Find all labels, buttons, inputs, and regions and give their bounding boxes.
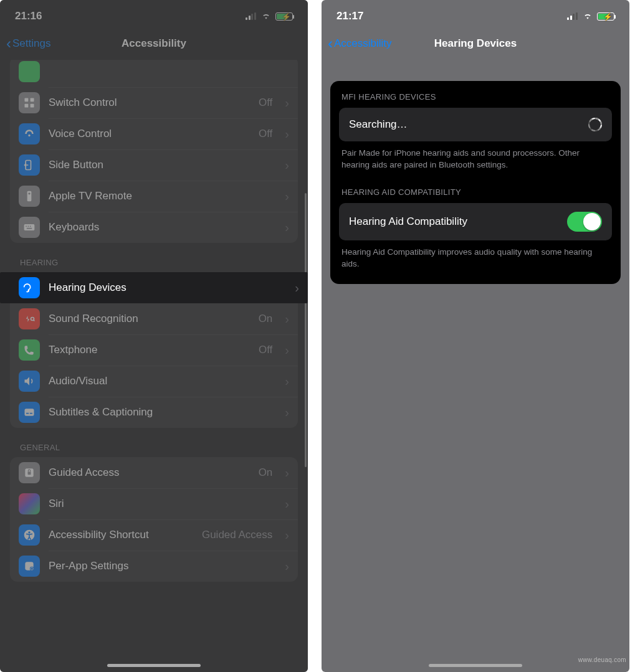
back-label: Accessibility — [334, 37, 392, 50]
svg-rect-15 — [26, 413, 29, 414]
chevron-right-icon: › — [285, 406, 289, 419]
svg-rect-3 — [31, 104, 34, 108]
cellular-icon — [246, 12, 257, 20]
group-physical-motor: Switch Control Off › Voice Control Off ›… — [10, 60, 298, 243]
hac-header: HEARING AID COMPATIBILITY — [330, 174, 621, 203]
wifi-icon — [260, 12, 272, 21]
textphone-icon — [19, 339, 40, 361]
sound-recognition-icon — [19, 308, 40, 329]
row-faceid[interactable] — [10, 60, 298, 87]
svg-rect-16 — [30, 413, 32, 414]
watermark: www.deuaq.com — [578, 656, 626, 663]
svg-rect-0 — [25, 98, 29, 102]
chevron-right-icon: › — [285, 97, 289, 109]
row-keyboards[interactable]: Keyboards › — [10, 212, 298, 243]
ear-icon — [19, 277, 40, 298]
back-button[interactable]: ‹ Accessibility — [328, 36, 392, 51]
status-bar: 21:16 ⚡ — [0, 0, 308, 27]
svg-rect-18 — [28, 471, 31, 475]
screenshot-left: 21:16 ⚡ ‹ Settings Accessibility — [0, 0, 308, 672]
toggle-hearing-aid-compat[interactable] — [567, 212, 602, 232]
svg-rect-6 — [27, 191, 32, 202]
chevron-right-icon: › — [285, 466, 289, 479]
screenshot-right: 21:17 ⚡ ‹ Accessibility Hearing Devices … — [322, 0, 629, 672]
speaker-icon — [19, 371, 40, 392]
grid-icon — [19, 92, 40, 113]
status-time: 21:17 — [336, 10, 363, 22]
mfi-footer: Pair Made for iPhone hearing aids and so… — [330, 141, 621, 174]
row-audio-visual[interactable]: Audio/Visual › — [10, 366, 298, 397]
svg-rect-12 — [27, 228, 32, 229]
svg-rect-2 — [25, 104, 29, 108]
wifi-icon — [582, 12, 593, 21]
back-button[interactable]: ‹ Settings — [6, 36, 50, 51]
nav-bar: ‹ Accessibility Hearing Devices — [322, 27, 629, 60]
voice-icon — [19, 123, 40, 144]
svg-rect-11 — [30, 226, 31, 227]
status-time: 21:16 — [15, 10, 42, 22]
row-hearing-devices[interactable]: Hearing Devices › — [0, 272, 308, 303]
chevron-right-icon: › — [285, 344, 289, 356]
chevron-right-icon: › — [285, 190, 289, 202]
row-textphone[interactable]: Textphone Off › — [10, 334, 298, 366]
keyboard-icon — [19, 217, 40, 238]
searching-label: Searching… — [349, 118, 408, 131]
row-siri[interactable]: Siri › — [10, 488, 298, 519]
home-indicator[interactable] — [107, 664, 201, 667]
row-voice-control[interactable]: Voice Control Off › — [10, 118, 298, 149]
chevron-right-icon: › — [295, 282, 299, 294]
section-hearing-header: HEARING — [0, 243, 308, 272]
nav-bar: ‹ Settings Accessibility — [0, 27, 308, 60]
svg-rect-1 — [31, 98, 34, 102]
chevron-right-icon: › — [285, 159, 289, 171]
highlight-hearing-devices: Hearing Devices › — [0, 272, 308, 303]
row-switch-control[interactable]: Switch Control Off › — [10, 87, 298, 118]
status-bar: 21:17 ⚡ — [322, 0, 629, 27]
faceid-icon — [19, 61, 40, 82]
side-button-icon — [19, 154, 40, 176]
svg-rect-8 — [24, 224, 35, 230]
row-subtitles[interactable]: Subtitles & Captioning › — [10, 397, 298, 428]
group-general: Guided Access On › Siri › Accessibility … — [10, 457, 298, 582]
chevron-right-icon: › — [285, 529, 289, 541]
subtitles-icon — [19, 402, 40, 423]
cellular-icon — [567, 12, 578, 20]
chevron-right-icon: › — [285, 128, 289, 140]
chevron-right-icon: › — [285, 221, 289, 234]
siri-icon — [19, 493, 40, 514]
svg-point-20 — [28, 531, 30, 533]
chevron-right-icon: › — [285, 375, 289, 387]
chevron-left-icon: ‹ — [6, 36, 11, 51]
hac-label: Hearing Aid Compatibility — [349, 215, 467, 228]
svg-point-7 — [28, 192, 30, 194]
remote-icon — [19, 186, 40, 207]
svg-point-4 — [28, 135, 30, 136]
battery-icon: ⚡ — [275, 12, 293, 21]
back-label: Settings — [12, 37, 50, 50]
svg-rect-9 — [26, 226, 27, 227]
hac-footer: Hearing Aid Compatibility improves audio… — [330, 240, 621, 273]
home-indicator[interactable] — [429, 664, 522, 667]
mfi-header: MFI HEARING DEVICES — [330, 81, 621, 108]
section-general-header: GENERAL — [0, 428, 308, 457]
status-indicators: ⚡ — [246, 12, 293, 21]
chevron-right-icon: › — [285, 498, 289, 510]
row-side-button[interactable]: Side Button › — [10, 149, 298, 181]
battery-icon: ⚡ — [597, 12, 614, 21]
hac-group: Hearing Aid Compatibility — [339, 203, 612, 240]
per-app-icon — [19, 556, 40, 577]
lock-icon — [19, 462, 40, 483]
row-hearing-aid-compat[interactable]: Hearing Aid Compatibility — [339, 203, 612, 240]
row-accessibility-shortcut[interactable]: Accessibility Shortcut Guided Access › — [10, 519, 298, 551]
searching-row: Searching… — [339, 108, 612, 141]
row-apple-tv[interactable]: Apple TV Remote › — [10, 181, 298, 212]
status-indicators: ⚡ — [567, 12, 614, 21]
svg-rect-10 — [28, 226, 29, 227]
spinner-icon — [588, 118, 602, 131]
chevron-right-icon: › — [285, 560, 289, 572]
chevron-right-icon: › — [285, 313, 289, 325]
scrollbar[interactable] — [305, 193, 307, 467]
row-guided-access[interactable]: Guided Access On › — [10, 457, 298, 488]
row-sound-recognition[interactable]: Sound Recognition On › — [10, 303, 298, 334]
row-per-app[interactable]: Per-App Settings › — [10, 551, 298, 582]
